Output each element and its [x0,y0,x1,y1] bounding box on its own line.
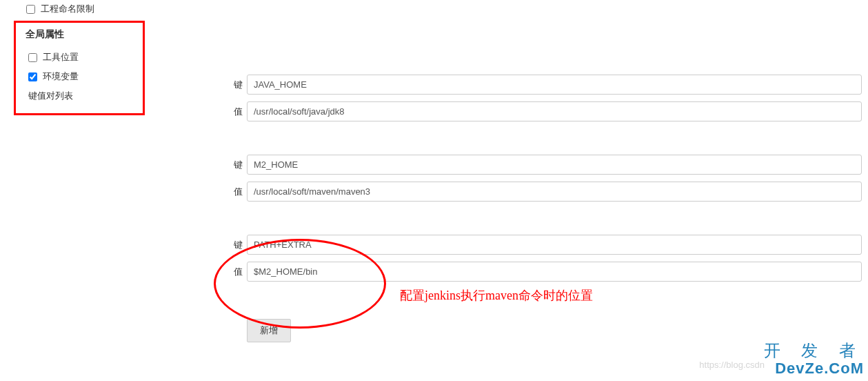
kv-list-label: 键值对列表 [26,86,133,104]
watermark-line2: DevZe.CoM [756,360,864,377]
key-label: 键 [228,79,243,91]
env-var-group-java-home: 键 值 [228,75,862,121]
java-home-value-input[interactable] [247,101,862,121]
env-var-group-path-extra: 键 值 [228,235,862,282]
m2-home-value-input[interactable] [247,182,862,202]
java-home-key-input[interactable] [247,75,862,95]
env-variables-row: 环境变量 [26,67,133,86]
value-label: 值 [228,106,243,118]
tool-location-label: 工具位置 [43,51,79,63]
tool-location-checkbox[interactable] [28,53,37,62]
m2-home-key-input[interactable] [247,155,862,175]
project-naming-label: 工程命名限制 [41,3,94,15]
env-var-group-m2-home: 键 值 [228,155,862,202]
project-naming-checkbox[interactable] [26,5,35,14]
value-label: 值 [228,266,243,278]
sidebar-top-item: 工程命名限制 [14,0,145,21]
path-extra-value-input[interactable] [247,262,862,282]
add-button[interactable]: 新增 [247,319,291,342]
env-variables-checkbox[interactable] [28,72,37,81]
value-label: 值 [228,186,243,198]
global-properties-highlight: 全局属性 工具位置 环境变量 键值对列表 [14,21,145,115]
watermark-logo: 开 发 者 DevZe.CoM [756,342,864,377]
key-label: 键 [228,159,243,171]
watermark-line1: 开 发 者 [756,342,864,360]
key-label: 键 [228,239,243,251]
path-extra-key-input[interactable] [247,235,862,255]
annotation-text: 配置jenkins执行maven命令时的位置 [400,287,593,304]
global-properties-title: 全局属性 [26,28,133,41]
tool-location-row: 工具位置 [26,48,133,67]
env-variables-label: 环境变量 [43,70,79,83]
